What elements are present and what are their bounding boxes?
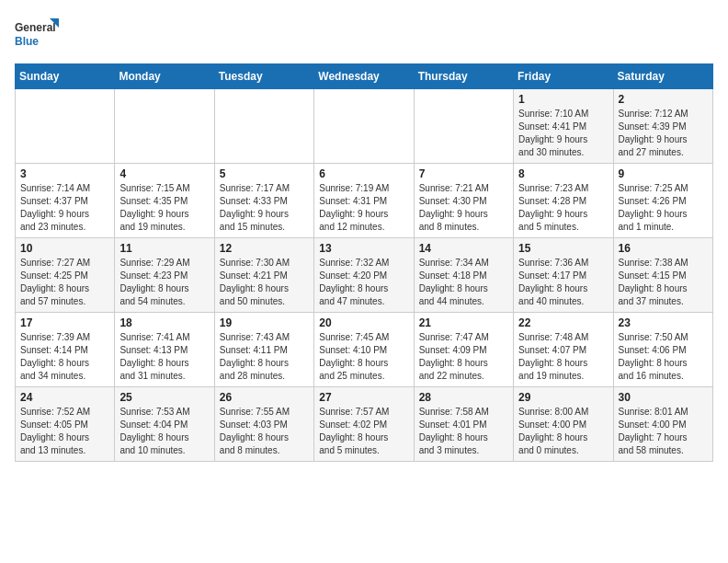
day-info: Sunrise: 7:27 AM Sunset: 4:25 PM Dayligh… — [20, 257, 109, 308]
svg-text:General: General — [15, 21, 56, 34]
calendar-cell: 10Sunrise: 7:27 AM Sunset: 4:25 PM Dayli… — [16, 238, 115, 313]
calendar-cell: 12Sunrise: 7:30 AM Sunset: 4:21 PM Dayli… — [214, 238, 313, 313]
day-number: 8 — [518, 167, 608, 180]
calendar-cell: 28Sunrise: 7:58 AM Sunset: 4:01 PM Dayli… — [414, 387, 513, 462]
day-info: Sunrise: 7:32 AM Sunset: 4:20 PM Dayligh… — [319, 257, 408, 308]
day-number: 20 — [319, 316, 408, 329]
calendar-cell: 26Sunrise: 7:55 AM Sunset: 4:03 PM Dayli… — [214, 387, 313, 462]
day-number: 23 — [619, 316, 708, 329]
weekday-header: Friday — [514, 64, 613, 89]
day-info: Sunrise: 7:45 AM Sunset: 4:10 PM Dayligh… — [319, 331, 408, 383]
day-number: 17 — [20, 316, 109, 329]
day-number: 29 — [518, 391, 608, 404]
day-info: Sunrise: 7:17 AM Sunset: 4:33 PM Dayligh… — [220, 182, 309, 234]
day-number: 4 — [119, 167, 209, 180]
day-info: Sunrise: 7:34 AM Sunset: 4:18 PM Dayligh… — [419, 257, 508, 308]
day-number: 27 — [319, 391, 408, 404]
day-number: 26 — [220, 391, 309, 404]
calendar-cell: 18Sunrise: 7:41 AM Sunset: 4:13 PM Dayli… — [115, 313, 214, 387]
calendar-week-row: 24Sunrise: 7:52 AM Sunset: 4:05 PM Dayli… — [16, 387, 713, 462]
calendar-cell: 27Sunrise: 7:57 AM Sunset: 4:02 PM Dayli… — [314, 387, 414, 462]
weekday-header: Wednesday — [314, 64, 414, 89]
calendar-cell: 14Sunrise: 7:34 AM Sunset: 4:18 PM Dayli… — [414, 238, 513, 313]
day-number: 30 — [619, 391, 708, 404]
day-info: Sunrise: 7:23 AM Sunset: 4:28 PM Dayligh… — [518, 182, 608, 234]
calendar-cell: 22Sunrise: 7:48 AM Sunset: 4:07 PM Dayli… — [514, 313, 613, 387]
calendar-cell: 20Sunrise: 7:45 AM Sunset: 4:10 PM Dayli… — [314, 313, 414, 387]
calendar-cell: 11Sunrise: 7:29 AM Sunset: 4:23 PM Dayli… — [115, 238, 214, 313]
day-number: 5 — [220, 167, 309, 180]
logo-svg: General Blue — [15, 15, 61, 56]
day-info: Sunrise: 7:14 AM Sunset: 4:37 PM Dayligh… — [20, 182, 109, 234]
day-number: 18 — [119, 316, 209, 329]
day-info: Sunrise: 7:43 AM Sunset: 4:11 PM Dayligh… — [220, 331, 309, 383]
day-info: Sunrise: 8:00 AM Sunset: 4:00 PM Dayligh… — [518, 406, 608, 457]
calendar-cell: 15Sunrise: 7:36 AM Sunset: 4:17 PM Dayli… — [514, 238, 613, 313]
calendar-cell: 25Sunrise: 7:53 AM Sunset: 4:04 PM Dayli… — [115, 387, 214, 462]
calendar-cell: 19Sunrise: 7:43 AM Sunset: 4:11 PM Dayli… — [214, 313, 313, 387]
weekday-header: Sunday — [16, 64, 115, 89]
day-number: 3 — [20, 167, 109, 180]
calendar-table: SundayMondayTuesdayWednesdayThursdayFrid… — [15, 63, 713, 462]
calendar-cell: 4Sunrise: 7:15 AM Sunset: 4:35 PM Daylig… — [115, 164, 214, 238]
calendar-week-row: 3Sunrise: 7:14 AM Sunset: 4:37 PM Daylig… — [16, 164, 713, 238]
day-info: Sunrise: 7:50 AM Sunset: 4:06 PM Dayligh… — [619, 331, 708, 383]
day-info: Sunrise: 7:30 AM Sunset: 4:21 PM Dayligh… — [220, 257, 309, 308]
page-header: General Blue — [15, 15, 713, 56]
logo: General Blue — [15, 15, 61, 56]
calendar-cell: 5Sunrise: 7:17 AM Sunset: 4:33 PM Daylig… — [214, 164, 313, 238]
calendar-cell: 8Sunrise: 7:23 AM Sunset: 4:28 PM Daylig… — [514, 164, 613, 238]
day-number: 11 — [119, 242, 209, 255]
calendar-week-row: 1Sunrise: 7:10 AM Sunset: 4:41 PM Daylig… — [16, 89, 713, 164]
calendar-cell: 7Sunrise: 7:21 AM Sunset: 4:30 PM Daylig… — [414, 164, 513, 238]
day-info: Sunrise: 7:58 AM Sunset: 4:01 PM Dayligh… — [419, 406, 508, 457]
calendar-week-row: 10Sunrise: 7:27 AM Sunset: 4:25 PM Dayli… — [16, 238, 713, 313]
calendar-cell: 21Sunrise: 7:47 AM Sunset: 4:09 PM Dayli… — [414, 313, 513, 387]
day-number: 22 — [518, 316, 608, 329]
calendar-cell — [414, 89, 513, 164]
day-number: 21 — [419, 316, 508, 329]
day-number: 10 — [20, 242, 109, 255]
day-info: Sunrise: 7:10 AM Sunset: 4:41 PM Dayligh… — [518, 108, 608, 159]
calendar-cell: 30Sunrise: 8:01 AM Sunset: 4:00 PM Dayli… — [613, 387, 712, 462]
calendar-cell: 23Sunrise: 7:50 AM Sunset: 4:06 PM Dayli… — [613, 313, 712, 387]
calendar-cell — [115, 89, 214, 164]
day-number: 2 — [619, 93, 708, 106]
calendar-week-row: 17Sunrise: 7:39 AM Sunset: 4:14 PM Dayli… — [16, 313, 713, 387]
calendar-cell — [314, 89, 414, 164]
calendar-cell: 13Sunrise: 7:32 AM Sunset: 4:20 PM Dayli… — [314, 238, 414, 313]
day-info: Sunrise: 7:57 AM Sunset: 4:02 PM Dayligh… — [319, 406, 408, 457]
calendar-cell: 6Sunrise: 7:19 AM Sunset: 4:31 PM Daylig… — [314, 164, 414, 238]
day-info: Sunrise: 7:47 AM Sunset: 4:09 PM Dayligh… — [419, 331, 508, 383]
day-info: Sunrise: 7:39 AM Sunset: 4:14 PM Dayligh… — [20, 331, 109, 383]
calendar-cell — [16, 89, 115, 164]
day-info: Sunrise: 7:53 AM Sunset: 4:04 PM Dayligh… — [119, 406, 209, 457]
day-info: Sunrise: 7:36 AM Sunset: 4:17 PM Dayligh… — [518, 257, 608, 308]
weekday-header: Tuesday — [214, 64, 313, 89]
day-info: Sunrise: 7:48 AM Sunset: 4:07 PM Dayligh… — [518, 331, 608, 383]
day-number: 12 — [220, 242, 309, 255]
day-info: Sunrise: 7:19 AM Sunset: 4:31 PM Dayligh… — [319, 182, 408, 234]
day-number: 13 — [319, 242, 408, 255]
calendar-cell: 1Sunrise: 7:10 AM Sunset: 4:41 PM Daylig… — [514, 89, 613, 164]
day-number: 28 — [419, 391, 508, 404]
day-info: Sunrise: 7:12 AM Sunset: 4:39 PM Dayligh… — [619, 108, 708, 159]
calendar-cell: 3Sunrise: 7:14 AM Sunset: 4:37 PM Daylig… — [16, 164, 115, 238]
day-number: 15 — [518, 242, 608, 255]
calendar-cell: 17Sunrise: 7:39 AM Sunset: 4:14 PM Dayli… — [16, 313, 115, 387]
day-info: Sunrise: 7:29 AM Sunset: 4:23 PM Dayligh… — [119, 257, 209, 308]
day-number: 6 — [319, 167, 408, 180]
day-info: Sunrise: 7:52 AM Sunset: 4:05 PM Dayligh… — [20, 406, 109, 457]
calendar-cell: 16Sunrise: 7:38 AM Sunset: 4:15 PM Dayli… — [613, 238, 712, 313]
weekday-header: Thursday — [414, 64, 513, 89]
day-info: Sunrise: 7:41 AM Sunset: 4:13 PM Dayligh… — [119, 331, 209, 383]
day-number: 16 — [619, 242, 708, 255]
calendar-cell — [214, 89, 313, 164]
day-number: 1 — [518, 93, 608, 106]
day-number: 24 — [20, 391, 109, 404]
calendar-cell: 24Sunrise: 7:52 AM Sunset: 4:05 PM Dayli… — [16, 387, 115, 462]
day-number: 7 — [419, 167, 508, 180]
day-number: 19 — [220, 316, 309, 329]
day-info: Sunrise: 8:01 AM Sunset: 4:00 PM Dayligh… — [619, 406, 708, 457]
day-info: Sunrise: 7:55 AM Sunset: 4:03 PM Dayligh… — [220, 406, 309, 457]
